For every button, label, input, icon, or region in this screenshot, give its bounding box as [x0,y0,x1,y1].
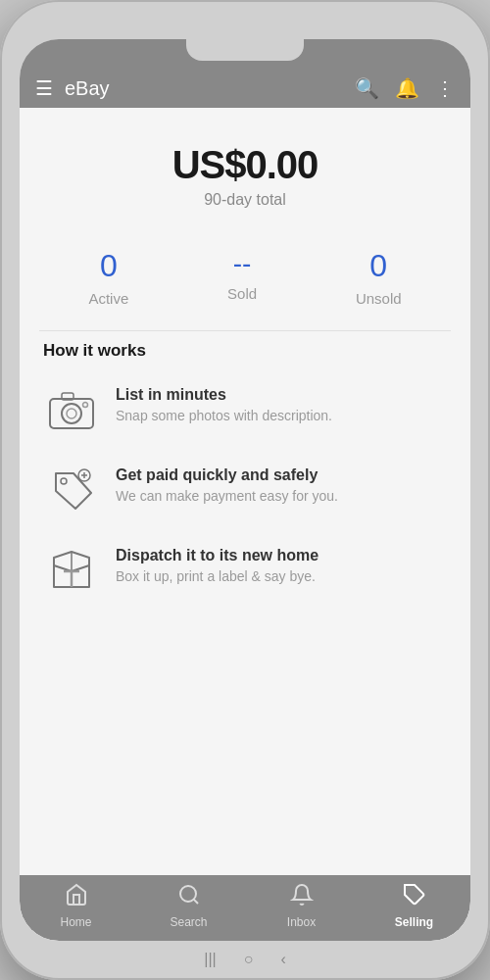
bottom-nav: Home Search [20,875,470,941]
sold-count: -- [233,248,252,279]
nav-item-selling[interactable]: Selling [385,883,444,929]
bottom-bars-icon: ||| [204,951,216,968]
bottom-back-icon: ‹ [280,951,285,968]
nav-item-search[interactable]: Search [160,883,219,929]
how-item-1-desc: Snap some photos with description. [116,408,332,423]
how-text-list: List in minutes Snap some photos with de… [116,380,332,423]
nav-item-inbox[interactable]: Inbox [272,883,331,929]
how-text-tag: Get paid quickly and safely We can make … [116,461,338,504]
notification-icon[interactable]: 🔔 [395,76,419,100]
how-text-box: Dispatch it to its new home Box it up, p… [116,541,318,584]
phone-screen: ☰ eBay 🔍 🔔 ⋮ US$0.00 90-day total 0 Acti… [20,39,470,941]
notch [186,39,304,61]
home-nav-icon [65,883,88,912]
stats-row: 0 Active -- Sold 0 Unsold [20,228,470,330]
inbox-nav-label: Inbox [287,915,316,929]
menu-icon[interactable]: ☰ [35,76,53,100]
main-content: US$0.00 90-day total 0 Active -- Sold 0 … [20,108,470,875]
unsold-count: 0 [369,248,387,284]
how-item-2-desc: We can make payment easy for you. [116,488,338,504]
unsold-label: Unsold [356,290,402,307]
nav-bar: ☰ eBay 🔍 🔔 ⋮ [20,69,470,108]
how-item-2-title: Get paid quickly and safely [116,466,338,484]
sold-label: Sold [227,285,257,302]
phone-bottom-bar: ||| ○ ‹ [204,951,285,968]
nav-left: ☰ eBay [35,76,110,100]
how-item-1-title: List in minutes [116,386,332,404]
how-item-list: List in minutes Snap some photos with de… [43,380,447,437]
more-icon[interactable]: ⋮ [435,76,455,100]
amount-section: US$0.00 90-day total [20,108,470,228]
tag-icon [43,461,100,517]
stat-unsold[interactable]: 0 Unsold [356,248,402,307]
how-item-tag: Get paid quickly and safely We can make … [43,461,447,517]
selling-nav-icon [403,883,426,912]
active-count: 0 [100,248,118,284]
phone-frame: ☰ eBay 🔍 🔔 ⋮ US$0.00 90-day total 0 Acti… [0,0,490,980]
how-item-box: Dispatch it to its new home Box it up, p… [43,541,447,598]
selling-nav-label: Selling [395,915,433,929]
how-section: How it works [20,331,470,641]
camera-icon [43,380,100,437]
svg-point-1 [62,404,81,423]
bottom-home-icon: ○ [244,951,254,968]
search-icon[interactable]: 🔍 [355,76,379,100]
amount-value: US$0.00 [39,143,451,187]
how-item-3-desc: Box it up, print a label & say bye. [116,568,318,584]
box-icon [43,541,100,598]
svg-line-13 [193,900,197,904]
home-nav-label: Home [60,915,91,929]
amount-label: 90-day total [39,191,451,209]
stat-active[interactable]: 0 Active [88,248,128,307]
svg-point-4 [83,403,88,408]
search-nav-label: Search [170,915,207,929]
search-nav-icon [177,883,201,912]
svg-point-2 [67,409,76,418]
inbox-nav-icon [290,883,314,912]
nav-right: 🔍 🔔 ⋮ [355,76,455,100]
app-title: eBay [65,77,110,100]
how-it-works-title: How it works [43,341,447,361]
svg-point-12 [180,886,196,902]
active-label: Active [88,290,128,307]
nav-item-home[interactable]: Home [47,883,106,929]
how-item-3-title: Dispatch it to its new home [116,547,318,564]
stat-sold[interactable]: -- Sold [227,248,257,307]
svg-point-5 [61,478,67,484]
